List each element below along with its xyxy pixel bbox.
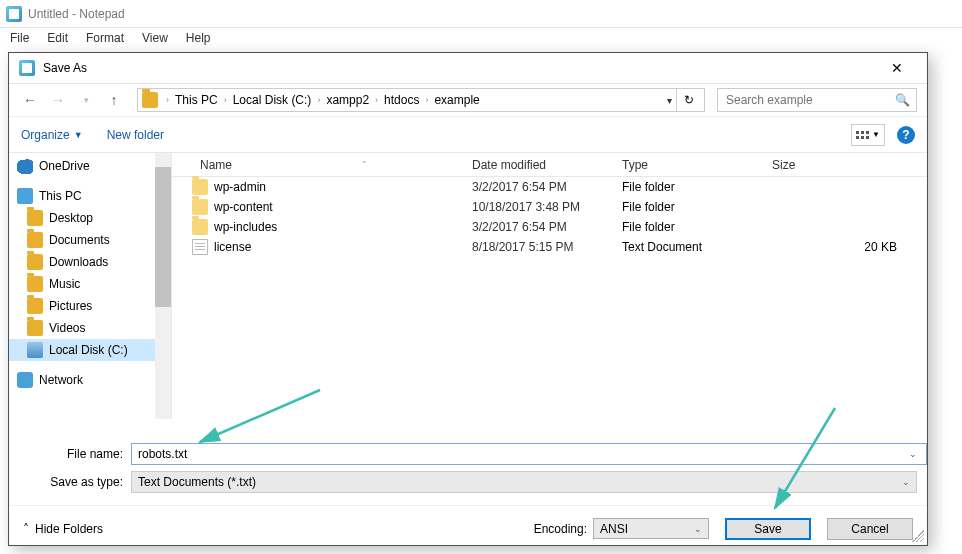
forward-button[interactable]: → [47,89,69,111]
nav-videos[interactable]: Videos [9,317,171,339]
file-type: File folder [622,180,772,194]
address-bar: ← → ▾ ↑ › This PC › Local Disk (C:) › xa… [9,83,927,117]
search-input[interactable] [724,92,895,108]
file-date: 3/2/2017 6:54 PM [472,220,622,234]
folder-icon [27,276,43,292]
dialog-app-icon [19,60,35,76]
col-name[interactable]: Name [200,158,232,172]
nav-network[interactable]: Network [9,369,171,391]
menu-help[interactable]: Help [178,29,219,47]
chevron-down-icon: ▼ [74,130,83,140]
back-button[interactable]: ← [19,89,41,111]
breadcrumb[interactable]: › This PC › Local Disk (C:) › xampp2 › h… [137,88,705,112]
refresh-button[interactable]: ↻ [676,88,700,112]
folder-icon [192,199,208,215]
bottom-bar: ˄ Hide Folders Encoding: ANSI ⌄ Save Can… [9,505,927,551]
navigation-pane: OneDrive This PC Desktop Documents Downl… [9,153,171,419]
folder-icon [27,298,43,314]
nav-documents[interactable]: Documents [9,229,171,251]
nav-pictures[interactable]: Pictures [9,295,171,317]
cancel-button[interactable]: Cancel [827,518,913,540]
disk-icon [27,342,43,358]
nav-desktop[interactable]: Desktop [9,207,171,229]
menu-file[interactable]: File [2,29,37,47]
crumb-xampp[interactable]: xampp2 [324,93,371,107]
scrollbar[interactable] [155,153,171,419]
chevron-right-icon[interactable]: › [317,95,320,105]
resize-grip[interactable] [912,530,924,542]
col-size[interactable]: Size [772,158,927,172]
col-type[interactable]: Type [622,158,772,172]
chevron-right-icon[interactable]: › [425,95,428,105]
encoding-label: Encoding: [534,522,587,536]
textfile-icon [192,239,208,255]
search-icon: 🔍 [895,93,910,107]
cloud-icon [17,158,33,174]
nav-music[interactable]: Music [9,273,171,295]
grid-icon [856,131,869,139]
dialog-titlebar: Save As ✕ [9,53,927,83]
file-name: wp-content [214,200,273,214]
filename-input[interactable] [131,443,927,465]
file-name: wp-includes [214,220,277,234]
menu-format[interactable]: Format [78,29,132,47]
nav-thispc[interactable]: This PC [9,185,171,207]
chevron-down-icon: ⌄ [902,477,910,487]
up-button[interactable]: ↑ [103,89,125,111]
file-row[interactable]: wp-includes3/2/2017 6:54 PMFile folder [172,217,927,237]
chevron-down-icon[interactable]: ⌄ [909,449,917,459]
notepad-titlebar: Untitled - Notepad [0,0,962,28]
close-button[interactable]: ✕ [877,54,917,82]
folder-icon [27,210,43,226]
recent-dropdown[interactable]: ▾ [75,89,97,111]
chevron-right-icon[interactable]: › [375,95,378,105]
chevron-right-icon[interactable]: › [224,95,227,105]
chevron-down-icon[interactable]: ▾ [667,95,672,106]
nav-downloads[interactable]: Downloads [9,251,171,273]
new-folder-button[interactable]: New folder [107,128,164,142]
file-name: license [214,240,251,254]
main-area: OneDrive This PC Desktop Documents Downl… [9,153,927,419]
view-options-button[interactable]: ▼ [851,124,885,146]
file-row[interactable]: wp-content10/18/2017 3:48 PMFile folder [172,197,927,217]
col-date[interactable]: Date modified [472,158,622,172]
folder-icon [27,232,43,248]
nav-localdisk[interactable]: Local Disk (C:) [9,339,171,361]
chevron-right-icon[interactable]: › [166,95,169,105]
folder-icon [192,219,208,235]
column-headers: Name˄ Date modified Type Size [172,153,927,177]
encoding-combo[interactable]: ANSI ⌄ [593,518,709,539]
file-row[interactable]: wp-admin3/2/2017 6:54 PMFile folder [172,177,927,197]
folder-icon [192,179,208,195]
file-date: 3/2/2017 6:54 PM [472,180,622,194]
nav-onedrive[interactable]: OneDrive [9,155,171,177]
notepad-app-icon [6,6,22,22]
file-row[interactable]: license8/18/2017 5:15 PMText Document20 … [172,237,927,257]
sort-indicator-icon: ˄ [362,160,367,170]
hide-folders-button[interactable]: ˄ Hide Folders [23,522,103,536]
menu-edit[interactable]: Edit [39,29,76,47]
crumb-disk[interactable]: Local Disk (C:) [231,93,314,107]
help-button[interactable]: ? [897,126,915,144]
file-name: wp-admin [214,180,266,194]
crumb-example[interactable]: example [432,93,481,107]
encoding-value: ANSI [600,522,628,536]
filename-section: File name: ⌄ Save as type: Text Document… [9,419,927,505]
saveastype-combo[interactable]: Text Documents (*.txt) ⌄ [131,471,917,493]
folder-icon [27,254,43,270]
notepad-window: Untitled - Notepad File Edit Format View… [0,0,962,48]
file-date: 8/18/2017 5:15 PM [472,240,622,254]
search-box[interactable]: 🔍 [717,88,917,112]
file-date: 10/18/2017 3:48 PM [472,200,622,214]
scrollbar-thumb[interactable] [155,167,171,307]
save-as-dialog: Save As ✕ ← → ▾ ↑ › This PC › Local Disk… [8,52,928,546]
file-type: Text Document [622,240,772,254]
save-button[interactable]: Save [725,518,811,540]
crumb-thispc[interactable]: This PC [173,93,220,107]
folder-icon [142,92,158,108]
menu-view[interactable]: View [134,29,176,47]
network-icon [17,372,33,388]
crumb-htdocs[interactable]: htdocs [382,93,421,107]
organize-button[interactable]: Organize ▼ [21,128,83,142]
saveastype-label: Save as type: [27,475,131,489]
